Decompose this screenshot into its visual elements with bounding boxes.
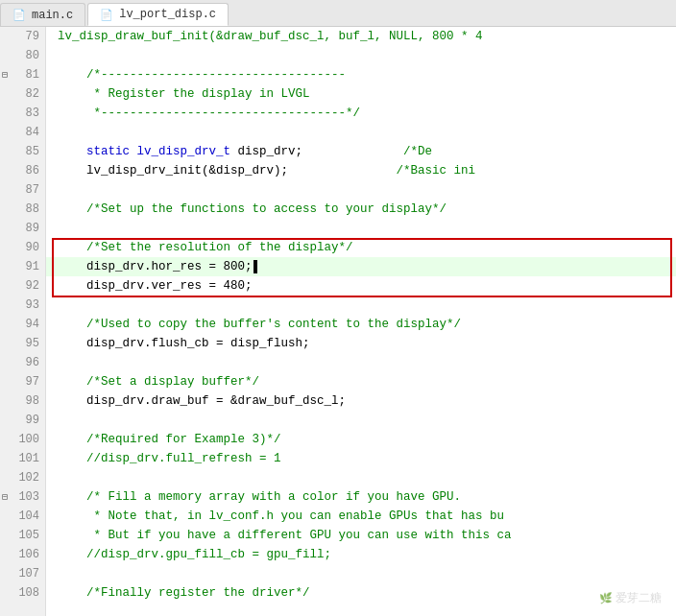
- code-line-82: * Register the display in LVGL: [46, 84, 676, 104]
- ln-102: 102: [0, 468, 45, 487]
- ln-107: 107: [0, 564, 45, 583]
- file-icon: 📄: [12, 9, 26, 21]
- ln-97: 97: [0, 372, 45, 391]
- ln-91: 91: [0, 257, 45, 276]
- ln-96: 96: [0, 353, 45, 372]
- code-line-100: /*Required for Example 3)*/: [46, 430, 676, 449]
- ln-95: 95: [0, 334, 45, 353]
- code-line-96: [46, 353, 676, 372]
- code-line-97: /*Set a display buffer*/: [46, 372, 676, 391]
- ln-92: 92: [0, 276, 45, 296]
- ln-90: 90: [0, 238, 45, 257]
- ln-83: 83: [0, 104, 45, 123]
- ln-82: 82: [0, 84, 45, 104]
- code-line-101: //disp_drv.full_refresh = 1: [46, 449, 676, 468]
- ln-108: 108: [0, 583, 45, 603]
- code-line-105: * But if you have a different GPU you ca…: [46, 526, 676, 545]
- ln-80: 80: [0, 46, 45, 65]
- ln-106: 106: [0, 545, 45, 564]
- code-line-81: /*----------------------------------: [46, 65, 676, 84]
- code-line-85: static lv_disp_drv_t disp_drv; /*De: [46, 142, 676, 161]
- ln-86: 86: [0, 161, 45, 180]
- code-line-89: [46, 219, 676, 238]
- ln-93: 93: [0, 296, 45, 315]
- code-line-95: disp_drv.flush_cb = disp_flush;: [46, 334, 676, 353]
- ln-87: 87: [0, 180, 45, 200]
- code-line-104: * Note that, in lv_conf.h you can enable…: [46, 507, 676, 526]
- code-line-94: /*Used to copy the buffer's content to t…: [46, 315, 676, 334]
- editor-container: 📄 main.c 📄 lv_port_disp.c 79 80 81⊟ 82 8…: [0, 0, 676, 616]
- code-line-107: [46, 564, 676, 583]
- code-area: 79 80 81⊟ 82 83 84 85 86 87 88 89 90 91 …: [0, 27, 676, 616]
- code-line-93: [46, 296, 676, 315]
- tab-lv-port-disp-c[interactable]: 📄 lv_port_disp.c: [87, 3, 229, 26]
- code-line-87: [46, 180, 676, 200]
- ln-81: 81⊟: [0, 65, 45, 84]
- tab-main-c[interactable]: 📄 main.c: [0, 3, 85, 26]
- ln-79: 79: [0, 27, 45, 46]
- code-line-103: /* Fill a memory array with a color if y…: [46, 487, 676, 507]
- code-line-88: /*Set up the functions to access to your…: [46, 200, 676, 219]
- code-line-99: [46, 411, 676, 430]
- ln-104: 104: [0, 507, 45, 526]
- code-line-79: lv_disp_draw_buf_init(&draw_buf_dsc_l, b…: [46, 27, 676, 46]
- code-line-102: [46, 468, 676, 487]
- code-line-84: [46, 123, 676, 142]
- line-numbers: 79 80 81⊟ 82 83 84 85 86 87 88 89 90 91 …: [0, 27, 46, 616]
- ln-94: 94: [0, 315, 45, 334]
- ln-105: 105: [0, 526, 45, 545]
- ln-100: 100: [0, 430, 45, 449]
- code-line-106: //disp_drv.gpu_fill_cb = gpu_fill;: [46, 545, 676, 564]
- tab-bar: 📄 main.c 📄 lv_port_disp.c: [0, 0, 676, 27]
- tab-label-main: main.c: [32, 9, 73, 22]
- code-line-98: disp_drv.draw_buf = &draw_buf_dsc_l;: [46, 391, 676, 411]
- tab-label-lv: lv_port_disp.c: [119, 8, 216, 21]
- code-line-108: /*Finally register the driver*/: [46, 583, 676, 603]
- code-line-90: /*Set the resolution of the display*/: [46, 238, 676, 257]
- ln-99: 99: [0, 411, 45, 430]
- code-line-80: [46, 46, 676, 65]
- code-content: lv_disp_draw_buf_init(&draw_buf_dsc_l, b…: [46, 27, 676, 616]
- ln-98: 98: [0, 391, 45, 411]
- file-icon-2: 📄: [100, 9, 113, 21]
- code-line-91: disp_drv.hor_res = 800;: [46, 257, 676, 276]
- ln-101: 101: [0, 449, 45, 468]
- code-line-92: disp_drv.ver_res = 480;: [46, 276, 676, 296]
- ln-84: 84: [0, 123, 45, 142]
- ln-89: 89: [0, 219, 45, 238]
- ln-88: 88: [0, 200, 45, 219]
- code-line-83: *----------------------------------*/: [46, 104, 676, 123]
- ln-85: 85: [0, 142, 45, 161]
- code-line-86: lv_disp_drv_init(&disp_drv); /*Basic ini: [46, 161, 676, 180]
- ln-103: 103⊟: [0, 487, 45, 507]
